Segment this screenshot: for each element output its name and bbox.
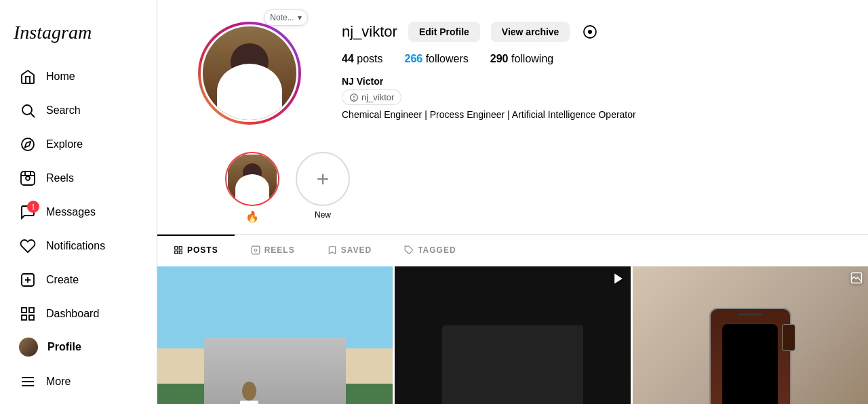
posts-stat[interactable]: 44 posts (342, 53, 383, 65)
avatar-inner (201, 24, 298, 122)
profile-stats: 44 posts 266 followers 290 following (342, 53, 841, 65)
new-story-label: New (315, 210, 331, 220)
followers-stat[interactable]: 266 followers (405, 53, 469, 65)
reels-icon (19, 169, 37, 187)
video-icon (612, 272, 625, 288)
svg-line-1 (31, 114, 35, 118)
story-item-new[interactable]: + New (296, 152, 350, 223)
sidebar: Instagram Home Search Explore (0, 0, 157, 404)
saved-icon (328, 245, 337, 255)
sidebar-label-reels: Reels (46, 172, 74, 184)
svg-rect-22 (179, 247, 182, 249)
svg-rect-12 (22, 308, 26, 312)
messages-badge: 1 (27, 201, 39, 213)
note-text: Note... (270, 13, 294, 22)
story-item-0[interactable]: 🔥 (225, 152, 279, 223)
note-bubble[interactable]: Note... ▾ (264, 9, 308, 26)
profile-tabs: POSTS REELS SAVED TAGGED (157, 234, 868, 264)
sidebar-label-profile: Profile (47, 341, 81, 353)
svg-point-2 (22, 138, 34, 150)
profile-header: Note... ▾ nj_viktor Edit Profile View ar… (157, 0, 868, 141)
threads-badge[interactable]: nj_viktor (342, 89, 401, 105)
more-icon (19, 373, 37, 390)
svg-rect-23 (175, 251, 178, 254)
sidebar-item-messages[interactable]: 1 Messages (5, 197, 151, 228)
sidebar-label-dashboard: Dashboard (46, 308, 99, 320)
sidebar-item-notifications[interactable]: Notifications (5, 230, 151, 262)
sidebar-label-search: Search (46, 104, 81, 117)
followers-count: 266 (405, 53, 423, 64)
story-avatar-0 (226, 153, 278, 205)
sidebar-label-explore: Explore (46, 138, 83, 150)
svg-rect-15 (29, 315, 34, 320)
tab-posts-label: POSTS (187, 245, 218, 255)
sidebar-item-search[interactable]: Search (5, 95, 151, 126)
dashboard-icon (19, 305, 37, 323)
story-circle-0 (225, 152, 279, 206)
svg-rect-25 (252, 246, 260, 254)
tab-saved[interactable]: SAVED (311, 235, 388, 264)
profile-top-row: nj_viktor Edit Profile View archive (342, 22, 841, 42)
gallery-icon (850, 272, 863, 287)
sidebar-item-profile[interactable]: Profile (5, 331, 151, 363)
main-content: Note... ▾ nj_viktor Edit Profile View ar… (157, 0, 868, 404)
avatar-ring[interactable]: Note... ▾ (198, 22, 301, 125)
tab-saved-label: SAVED (341, 245, 372, 255)
sidebar-label-create: Create (46, 274, 79, 286)
sidebar-item-home[interactable]: Home (5, 61, 151, 92)
stories-row: 🔥 + New (157, 141, 868, 234)
svg-rect-24 (179, 251, 182, 254)
reels-tab-icon (251, 245, 260, 255)
posts-grid (157, 264, 868, 404)
svg-rect-13 (29, 308, 34, 312)
profile-full-name: NJ Victor (342, 76, 841, 87)
threads-handle: nj_viktor (361, 92, 394, 102)
new-story-plus-icon: + (317, 168, 330, 190)
svg-point-5 (26, 176, 30, 180)
notifications-icon (19, 237, 37, 255)
threads-icon (349, 93, 359, 102)
story-circle-new: + (296, 152, 350, 206)
posts-count: 44 (342, 53, 354, 64)
profile-bio: Chemical Engineer | Process Engineer | A… (342, 109, 841, 120)
grid-item-1[interactable] (395, 266, 630, 404)
profile-username: nj_viktor (342, 23, 397, 41)
messages-icon: 1 (19, 203, 37, 221)
create-icon (19, 271, 37, 289)
view-archive-button[interactable]: View archive (491, 22, 570, 42)
sidebar-label-notifications: Notifications (46, 240, 105, 252)
sidebar-avatar (19, 338, 38, 357)
sidebar-item-reels[interactable]: Reels (5, 163, 151, 194)
home-icon (19, 68, 37, 85)
grid-item-0[interactable] (157, 266, 393, 404)
sidebar-label-home: Home (46, 70, 75, 83)
grid-item-2[interactable] (633, 266, 868, 404)
sidebar-label-messages: Messages (46, 206, 96, 218)
sidebar-label-more: More (46, 376, 71, 388)
edit-profile-button[interactable]: Edit Profile (408, 22, 480, 42)
tab-posts[interactable]: POSTS (157, 235, 235, 264)
search-icon (19, 102, 37, 119)
note-chevron-icon: ▾ (298, 13, 302, 22)
grid-icon (174, 245, 183, 255)
avatar-image (203, 26, 296, 120)
following-count: 290 (490, 53, 509, 64)
svg-marker-3 (25, 142, 31, 147)
sidebar-item-more[interactable]: More (5, 366, 151, 397)
tab-tagged[interactable]: TAGGED (388, 235, 472, 264)
svg-rect-4 (21, 171, 35, 185)
sidebar-item-explore[interactable]: Explore (5, 129, 151, 160)
following-stat[interactable]: 290 following (490, 53, 553, 65)
svg-rect-14 (22, 315, 26, 320)
sidebar-item-create[interactable]: Create (5, 264, 151, 296)
explore-icon (19, 136, 37, 153)
tagged-icon (404, 245, 414, 255)
tab-reels[interactable]: REELS (235, 235, 311, 264)
svg-rect-21 (175, 247, 178, 249)
story-emoji-0: 🔥 (245, 210, 259, 223)
settings-icon[interactable] (580, 22, 599, 41)
app-logo: Instagram (0, 11, 157, 60)
tab-tagged-label: TAGGED (418, 245, 456, 255)
tab-reels-label: REELS (264, 245, 295, 255)
sidebar-item-dashboard[interactable]: Dashboard (5, 298, 151, 329)
